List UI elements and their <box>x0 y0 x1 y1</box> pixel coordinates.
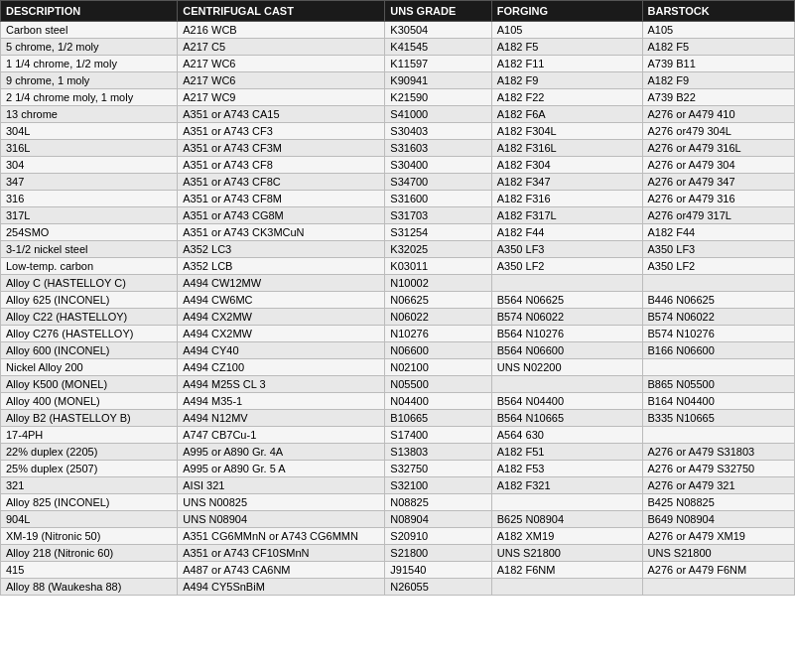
table-cell: A351 or A743 CF3 <box>178 123 385 140</box>
table-cell: K21590 <box>385 89 491 106</box>
table-cell: 13 chrome <box>1 106 178 123</box>
table-cell: B564 N10665 <box>491 410 642 427</box>
table-row: 3-1/2 nickel steelA352 LC3K32025A350 LF3… <box>1 241 795 258</box>
table-cell: B625 N08904 <box>491 511 642 528</box>
table-cell: S31254 <box>385 224 491 241</box>
table-cell: B10665 <box>385 410 491 427</box>
table-cell: 5 chrome, 1/2 moly <box>1 39 178 56</box>
table-cell: A105 <box>642 22 794 39</box>
table-cell: K30504 <box>385 22 491 39</box>
table-cell: K41545 <box>385 39 491 56</box>
table-cell: 9 chrome, 1 moly <box>1 72 178 89</box>
table-row: 5 chrome, 1/2 molyA217 C5K41545A182 F5A1… <box>1 39 795 56</box>
table-row: 304LA351 or A743 CF3S30403A182 F304LA276… <box>1 123 795 140</box>
column-header-barstock: BARSTOCK <box>642 1 794 22</box>
table-row: 904LUNS N08904N08904B625 N08904B649 N089… <box>1 511 795 528</box>
table-cell: A995 or A890 Gr. 4A <box>178 444 385 461</box>
table-cell: N06625 <box>385 292 491 309</box>
table-cell: A350 LF3 <box>491 241 642 258</box>
table-cell: 321 <box>1 477 178 494</box>
table-row: Carbon steelA216 WCBK30504A105A105 <box>1 22 795 39</box>
table-row: Alloy 625 (INCONEL)A494 CW6MCN06625B564 … <box>1 292 795 309</box>
table-row: 316A351 or A743 CF8MS31600A182 F316A276 … <box>1 191 795 207</box>
table-cell: 316 <box>1 191 178 207</box>
table-row: 317LA351 or A743 CG8MS31703A182 F317LA27… <box>1 207 795 224</box>
table-cell: Alloy B2 (HASTELLOY B) <box>1 410 178 427</box>
table-row: 13 chromeA351 or A743 CA15S41000A182 F6A… <box>1 106 795 123</box>
table-cell: N05500 <box>385 376 491 393</box>
table-cell: S30403 <box>385 123 491 140</box>
table-cell <box>642 275 794 292</box>
table-cell: A995 or A890 Gr. 5 A <box>178 461 385 477</box>
table-cell: K11597 <box>385 56 491 72</box>
table-cell: 25% duplex (2507) <box>1 461 178 477</box>
table-cell: A351 or A743 CF8M <box>178 191 385 207</box>
table-cell: B564 N06625 <box>491 292 642 309</box>
table-cell: 415 <box>1 562 178 579</box>
table-cell: A276 or479 317L <box>642 207 794 224</box>
table-cell: A182 F53 <box>491 461 642 477</box>
table-cell: 904L <box>1 511 178 528</box>
table-cell: A494 CW12MW <box>178 275 385 292</box>
table-cell: A217 WC6 <box>178 56 385 72</box>
table-cell: B865 N05500 <box>642 376 794 393</box>
table-cell: 17-4PH <box>1 427 178 444</box>
table-cell: K03011 <box>385 258 491 275</box>
table-cell: B649 N08904 <box>642 511 794 528</box>
table-cell: A351 or A743 CG8M <box>178 207 385 224</box>
table-row: 2 1/4 chrome moly, 1 molyA217 WC9K21590A… <box>1 89 795 106</box>
table-row: 17-4PHA747 CB7Cu-1S17400A564 630 <box>1 427 795 444</box>
materials-table: DESCRIPTIONCENTRIFUGAL CASTUNS GRADEFORG… <box>0 0 795 596</box>
table-cell: A182 F5 <box>642 39 794 56</box>
table-cell: N10002 <box>385 275 491 292</box>
table-cell: Alloy C276 (HASTELLOY) <box>1 326 178 342</box>
table-cell: 22% duplex (2205) <box>1 444 178 461</box>
table-cell: Alloy 88 (Waukesha 88) <box>1 579 178 596</box>
table-cell: A350 LF2 <box>642 258 794 275</box>
table-cell: A182 F304 <box>491 157 642 174</box>
table-cell: A276 or A479 321 <box>642 477 794 494</box>
table-cell: Alloy K500 (MONEL) <box>1 376 178 393</box>
table-cell: B574 N10276 <box>642 326 794 342</box>
table-cell: A182 F321 <box>491 477 642 494</box>
table-cell: A182 F6NM <box>491 562 642 579</box>
table-cell: Nickel Alloy 200 <box>1 359 178 376</box>
column-header-description: DESCRIPTION <box>1 1 178 22</box>
table-cell: S41000 <box>385 106 491 123</box>
table-cell: A494 CY40 <box>178 342 385 359</box>
table-row: 254SMOA351 or A743 CK3MCuNS31254A182 F44… <box>1 224 795 241</box>
table-cell: A182 XM19 <box>491 528 642 545</box>
table-cell: Alloy C (HASTELLOY C) <box>1 275 178 292</box>
table-cell: A276 or A479 316 <box>642 191 794 207</box>
table-cell: A351 or A743 CF3M <box>178 140 385 157</box>
table-cell: S20910 <box>385 528 491 545</box>
table-cell: N08825 <box>385 494 491 511</box>
table-cell: A350 LF2 <box>491 258 642 275</box>
table-row: Alloy B2 (HASTELLOY B)A494 N12MVB10665B5… <box>1 410 795 427</box>
table-cell: S21800 <box>385 545 491 562</box>
table-cell: A182 F51 <box>491 444 642 461</box>
table-cell: A216 WCB <box>178 22 385 39</box>
table-cell: A182 F11 <box>491 56 642 72</box>
table-cell: A276 or A479 S31803 <box>642 444 794 461</box>
table-cell: 304 <box>1 157 178 174</box>
table-row: 22% duplex (2205)A995 or A890 Gr. 4AS138… <box>1 444 795 461</box>
table-cell: A217 C5 <box>178 39 385 56</box>
table-row: Alloy 218 (Nitronic 60)A351 or A743 CF10… <box>1 545 795 562</box>
table-cell: A494 M35-1 <box>178 393 385 410</box>
table-cell: N06022 <box>385 309 491 326</box>
table-cell: A351 or A743 CK3MCuN <box>178 224 385 241</box>
table-cell: S30400 <box>385 157 491 174</box>
table-cell: A494 CX2MW <box>178 326 385 342</box>
table-cell: A739 B22 <box>642 89 794 106</box>
table-cell: N04400 <box>385 393 491 410</box>
table-cell: A351 CG6MMnN or A743 CG6MMN <box>178 528 385 545</box>
table-cell: A739 B11 <box>642 56 794 72</box>
table-cell: B166 N06600 <box>642 342 794 359</box>
table-cell: A350 LF3 <box>642 241 794 258</box>
table-row: 321AISI 321S32100A182 F321A276 or A479 3… <box>1 477 795 494</box>
table-cell: A351 or A743 CA15 <box>178 106 385 123</box>
table-cell: A182 F9 <box>491 72 642 89</box>
table-cell: UNS N00825 <box>178 494 385 511</box>
table-cell: S32100 <box>385 477 491 494</box>
